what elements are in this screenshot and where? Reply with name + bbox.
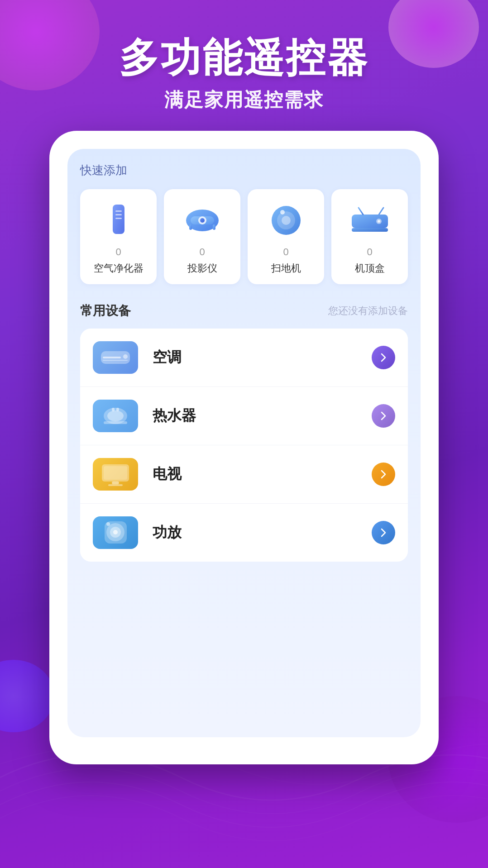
projector-count: 0 xyxy=(199,246,205,258)
sweeper-icon xyxy=(266,200,306,241)
water-heater-arrow[interactable] xyxy=(372,404,395,428)
svg-point-12 xyxy=(282,216,291,225)
common-devices-header: 常用设备 您还没有添加设备 xyxy=(80,302,408,320)
svg-rect-15 xyxy=(352,228,388,232)
projector-icon xyxy=(182,200,223,241)
quick-add-card-set-top-box[interactable]: 0 机顶盒 xyxy=(331,189,408,284)
header-section: 多功能遥控器 满足家用遥控需求 xyxy=(0,0,488,131)
water-heater-name: 热水器 xyxy=(153,406,372,426)
device-item-amplifier[interactable]: 功放 xyxy=(80,504,408,562)
quick-add-card-air-purifier[interactable]: 0 空气净化器 xyxy=(80,189,157,284)
svg-rect-35 xyxy=(108,484,123,486)
svg-line-18 xyxy=(359,208,363,215)
svg-rect-8 xyxy=(189,224,192,230)
phone-mockup: 快速添加 xyxy=(49,131,439,764)
device-list: 空调 热水器 xyxy=(80,329,408,562)
main-title: 多功能遥控器 xyxy=(0,36,488,80)
ac-icon-box xyxy=(93,341,138,374)
amplifier-icon-box xyxy=(93,516,138,549)
set-top-box-count: 0 xyxy=(367,246,372,258)
svg-point-26 xyxy=(123,354,128,359)
air-purifier-icon xyxy=(98,200,139,241)
svg-rect-34 xyxy=(112,482,119,484)
quick-add-label: 快速添加 xyxy=(80,162,408,178)
svg-point-7 xyxy=(200,218,205,223)
svg-rect-14 xyxy=(352,215,388,228)
svg-rect-29 xyxy=(104,421,127,424)
air-purifier-count: 0 xyxy=(115,246,121,258)
device-item-water-heater[interactable]: 热水器 xyxy=(80,387,408,445)
sweeper-count: 0 xyxy=(283,246,288,258)
tv-name: 电视 xyxy=(153,464,372,484)
tv-icon-box xyxy=(93,458,138,491)
air-purifier-label: 空气净化器 xyxy=(94,262,144,275)
svg-rect-33 xyxy=(104,466,127,480)
svg-line-20 xyxy=(379,208,383,215)
svg-point-22 xyxy=(378,220,380,223)
svg-point-39 xyxy=(113,530,118,534)
svg-rect-40 xyxy=(106,522,110,526)
svg-rect-9 xyxy=(213,224,215,230)
phone-inner: 快速添加 xyxy=(67,149,421,737)
amplifier-name: 功放 xyxy=(153,523,372,543)
tv-arrow[interactable] xyxy=(372,463,395,486)
water-heater-icon-box xyxy=(93,400,138,432)
quick-add-card-projector[interactable]: 0 投影仪 xyxy=(164,189,240,284)
sweeper-label: 扫地机 xyxy=(271,262,301,275)
svg-rect-2 xyxy=(115,214,122,215)
svg-rect-3 xyxy=(115,218,122,219)
svg-rect-24 xyxy=(103,357,121,358)
svg-rect-30 xyxy=(112,408,115,411)
svg-rect-25 xyxy=(103,360,128,361)
ac-arrow[interactable] xyxy=(372,346,395,369)
quick-add-grid: 0 空气净化器 xyxy=(80,189,408,284)
svg-rect-1 xyxy=(115,210,122,212)
device-item-ac[interactable]: 空调 xyxy=(80,329,408,387)
projector-label: 投影仪 xyxy=(187,262,217,275)
set-top-box-icon xyxy=(349,200,390,241)
no-device-hint: 您还没有添加设备 xyxy=(328,304,408,318)
svg-rect-0 xyxy=(113,205,124,234)
sub-title: 满足家用遥控需求 xyxy=(0,87,488,113)
amplifier-arrow[interactable] xyxy=(372,521,395,544)
svg-rect-31 xyxy=(116,408,119,411)
common-devices-title: 常用设备 xyxy=(80,302,131,320)
svg-point-28 xyxy=(107,410,124,421)
svg-point-13 xyxy=(280,210,285,215)
quick-add-card-sweeper[interactable]: 0 扫地机 xyxy=(248,189,324,284)
device-item-tv[interactable]: 电视 xyxy=(80,445,408,504)
set-top-box-label: 机顶盒 xyxy=(355,262,385,275)
ac-name: 空调 xyxy=(153,348,372,367)
